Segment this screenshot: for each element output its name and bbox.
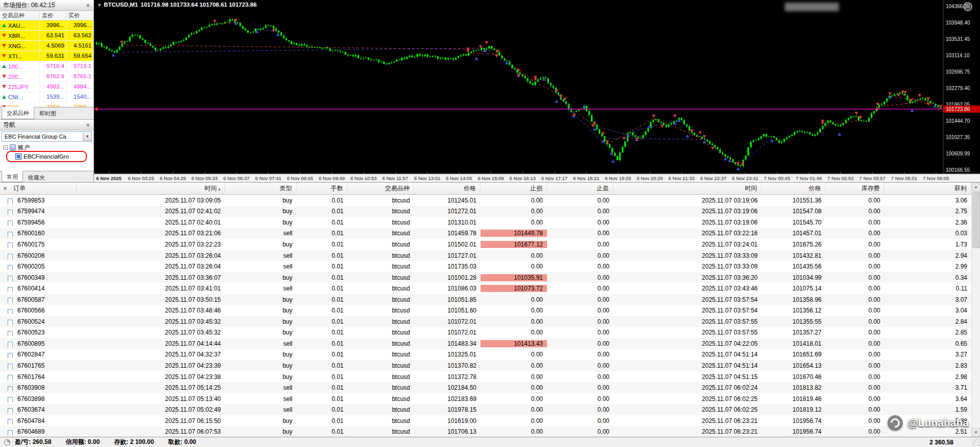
status-items: 盈/亏: 260.58信用额: 0.00存款: 2 100.00取款: 0.00 [15, 438, 211, 446]
col-symbol[interactable]: 交易品种 [348, 183, 414, 194]
type-cell: buy [225, 241, 297, 248]
col-type[interactable]: 类型 [225, 183, 297, 194]
market-watch-title: 市场报价: 06:42:15 [3, 1, 55, 10]
order-row[interactable]: 676005242025.11.07 03:45:32buy0.01btcusd… [0, 316, 971, 327]
tp-cell: 0.00 [547, 406, 613, 413]
market-watch-row[interactable]: 200...8762.98765.1 [0, 72, 94, 82]
symbol-cell: btcusd [348, 296, 414, 303]
symbol-name: CNI... [8, 94, 23, 100]
order-row[interactable]: 676001602025.11.07 03:21:06sell0.01btcus… [0, 228, 971, 239]
column-bid[interactable]: 卖价 [40, 11, 66, 20]
close_price-cell: 101819.12 [762, 406, 826, 413]
col-volume[interactable]: 手数 [297, 183, 348, 194]
order-row[interactable]: 676039082025.11.07 05:14:25sell0.01btcus… [0, 382, 971, 393]
market-watch-row[interactable]: 100...9716.49719.1 [0, 61, 94, 72]
order-row[interactable]: 676004142025.11.07 03:41:01sell0.01btcus… [0, 283, 971, 294]
order-row[interactable]: 675994742025.11.07 02:41:02buy0.01btcusd… [0, 206, 971, 217]
chevron-down-icon[interactable]: ▼ [83, 132, 92, 141]
column-ask[interactable]: 买价 [66, 11, 94, 20]
order-row[interactable]: 676046892025.11.07 06:07:53buy0.01btcusd… [0, 426, 971, 437]
order-row[interactable]: 676038982025.11.07 05:13:40sell0.01btcus… [0, 393, 971, 405]
market-watch-row[interactable]: XTI...59.63159.654 [0, 51, 94, 61]
tab-symbols[interactable]: 交易品种 [2, 107, 34, 119]
sl-cell: 0.00 [481, 329, 547, 336]
tree-item-account[interactable]: EBCFinancialGro [0, 152, 94, 161]
sl-cell: 0.00 [481, 318, 547, 325]
order-row[interactable]: 676005232025.11.07 03:45:32buy0.01btcusd… [0, 327, 971, 339]
market-watch-row[interactable]: XBR...63.54163.562 [0, 31, 94, 41]
close_price-cell: 101819.46 [762, 395, 826, 403]
candlestick-chart[interactable]: 104366.35103948.40103531.45103114.101026… [94, 0, 980, 182]
scroll-down-icon[interactable]: ▼ [972, 428, 980, 437]
svg-text:6 Nov 20:29: 6 Nov 20:29 [636, 175, 663, 181]
order-row[interactable]: 676005872025.11.07 03:50:15buy0.01btcusd… [0, 294, 971, 305]
order-row[interactable]: 676047842025.11.07 06:15:50buy0.01btcusd… [0, 415, 971, 427]
order-row[interactable]: 676036742025.11.07 05:02:49sell0.01btcus… [0, 404, 971, 415]
market-watch-row[interactable]: CNI...1539...1540... [0, 92, 94, 102]
orders-scrollbar[interactable]: ▲ ▼ [971, 183, 980, 437]
market-watch-row[interactable]: D30...2369...2369... [0, 102, 94, 107]
order-row[interactable]: 676001752025.11.07 03:22:23buy0.01btcusd… [0, 239, 971, 250]
chevron-down-icon[interactable]: ▼ [97, 3, 102, 8]
col-open-time[interactable]: 时间▴ [77, 183, 225, 194]
col-order[interactable]: 订单 [0, 183, 77, 194]
accounts-icon [10, 144, 16, 150]
order-row[interactable]: 676003492025.11.07 03:36:07buy0.01btcusd… [0, 272, 971, 283]
close-icon[interactable]: × [2, 185, 9, 192]
close_price-cell: 101956.74 [762, 417, 826, 424]
order-doc-icon [8, 430, 13, 436]
order-row[interactable]: 676002062025.11.07 03:26:04sell0.01btcus… [0, 250, 971, 261]
order-row[interactable]: 676028472025.11.07 04:32:37buy0.01btcusd… [0, 349, 971, 361]
profit-cell: 3.04 [884, 307, 971, 314]
profit-cell: 0.65 [884, 340, 971, 347]
symbol-cell: btcusd [348, 406, 414, 413]
tab-tick-chart[interactable]: 即时图 [34, 107, 61, 119]
market-watch-row[interactable]: 225JPY4983...4984... [0, 82, 94, 92]
close-icon[interactable]: × [84, 122, 92, 128]
account-group-select[interactable]: EBC Financial Group Ca ▼ [2, 131, 92, 142]
tp-cell: 0.00 [547, 208, 613, 215]
blurred-account-watermark [785, 3, 839, 11]
swap-cell: 0.00 [826, 428, 884, 435]
col-open-price[interactable]: 价格 [414, 183, 481, 194]
market-watch-row[interactable]: XAU...3996...3996... [0, 20, 94, 31]
col-profit[interactable]: 获利 [884, 183, 971, 194]
order-row[interactable]: 675994562025.11.07 02:40:01buy0.01btcusd… [0, 217, 971, 228]
trend-down-icon [2, 54, 6, 58]
order-row[interactable]: 676017642025.11.07 04:23:38buy0.01btcusd… [0, 371, 971, 383]
order-row[interactable]: 676002052025.11.07 03:26:04sell0.01btcus… [0, 261, 971, 272]
chart-area[interactable]: 104366.35103948.40103531.45103114.101026… [94, 0, 980, 182]
order-row[interactable]: 676005662025.11.07 03:48:46buy0.01btcusd… [0, 305, 971, 316]
tp-cell: 0.00 [547, 428, 613, 435]
order-cell: 67600523 [0, 329, 77, 336]
sl-cell: 101035.91 [481, 274, 547, 281]
order-row[interactable]: 676017652025.11.07 04:23:39buy0.01btcusd… [0, 360, 971, 371]
market-watch-row[interactable]: XNG...4.50694.5161 [0, 41, 94, 51]
mt4-terminal-window: 市场报价: 06:42:15 × 交易品种 卖价 买价 XAU...3996..… [0, 0, 980, 447]
type-cell: sell [225, 285, 297, 292]
order-cell: 67603674 [0, 406, 77, 413]
col-tp[interactable]: 止盈 [547, 183, 613, 194]
open_time-cell: 2025.11.07 03:45:32 [77, 318, 225, 325]
tree-expander-icon[interactable]: − [3, 145, 8, 150]
col-sl[interactable]: 止损 [481, 183, 547, 194]
swap-cell: 0.00 [826, 285, 884, 292]
order-doc-icon [8, 298, 13, 303]
close-icon[interactable]: × [84, 2, 92, 9]
swap-cell: 0.00 [826, 197, 884, 204]
column-symbol[interactable]: 交易品种 [0, 11, 40, 20]
tab-favorites[interactable]: 收藏夹 [23, 171, 50, 182]
tab-common[interactable]: 常用 [2, 171, 23, 182]
col-close-time[interactable]: 时间 [613, 183, 762, 194]
scrollbar-thumb[interactable] [972, 192, 980, 248]
scroll-up-icon[interactable]: ▲ [972, 183, 980, 191]
col-close-price[interactable]: 价格 [762, 183, 826, 194]
orders-header: 订单时间▴类型手数交易品种价格止损止盈时间价格库存费获利 [0, 183, 971, 195]
order-row[interactable]: 675998532025.11.07 03:09:05buy0.01btcusd… [0, 195, 971, 206]
order-row[interactable]: 676008952025.11.07 04:14:44sell0.01btcus… [0, 338, 971, 349]
symbol-cell: btcusd [348, 384, 414, 391]
resize-grip[interactable] [972, 439, 980, 447]
swap-cell: 0.00 [826, 241, 884, 248]
tree-item-accounts[interactable]: − 账户 [0, 143, 94, 152]
col-swap[interactable]: 库存费 [826, 183, 884, 194]
